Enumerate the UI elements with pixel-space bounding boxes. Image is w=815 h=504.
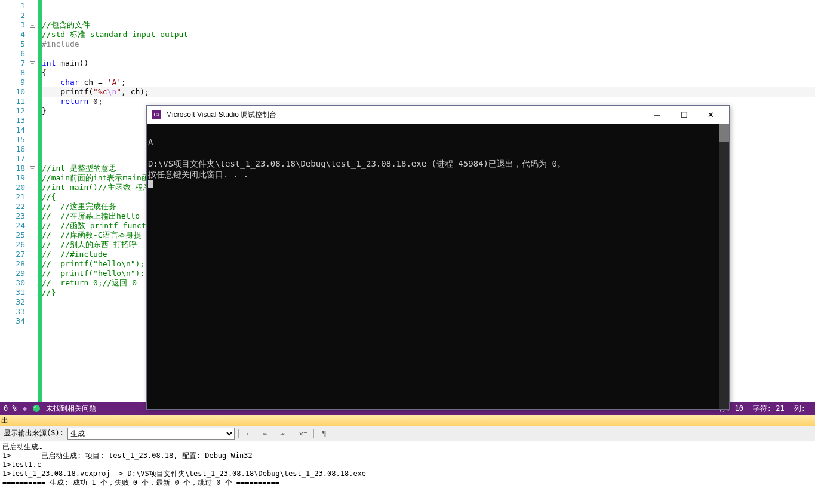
prev-message-icon[interactable]: ← (242, 428, 256, 440)
console-line: 按任意键关闭此窗口. . . (148, 170, 248, 179)
output-panel-header[interactable]: 出 (0, 415, 815, 426)
debug-console-window[interactable]: C\ Microsoft Visual Studio 调试控制台 ─ ☐ ✕ A… (146, 105, 730, 410)
line-number-gutter: 1234567891011121314151617181920212223242… (0, 0, 30, 402)
no-issues-label: 未找到相关问题 (46, 404, 96, 414)
minimize-button[interactable]: ─ (644, 106, 671, 123)
status-char: 字符: 21 (753, 404, 785, 414)
output-source-label: 显示输出来源(S): (4, 428, 64, 438)
console-body[interactable]: A D:\VS项目文件夹\test_1_23.08.18\Debug\test_… (147, 124, 729, 409)
status-col: 列: (794, 404, 805, 414)
scrollbar-thumb[interactable] (719, 124, 729, 142)
fold-strip[interactable]: −−− (30, 0, 38, 402)
console-cursor (148, 180, 153, 188)
close-button[interactable]: ✕ (697, 106, 724, 123)
output-source-select[interactable]: 生成 (67, 428, 235, 440)
clear-all-icon[interactable]: ✕≡ (297, 428, 310, 440)
fold-toggle[interactable]: − (30, 23, 35, 28)
console-titlebar[interactable]: C\ Microsoft Visual Studio 调试控制台 ─ ☐ ✕ (147, 106, 729, 124)
zoom-level[interactable]: 0 % (4, 404, 17, 413)
console-scrollbar[interactable] (719, 124, 729, 409)
output-toolbar: 显示输出来源(S): 生成 ← ⇤ ⇥ ✕≡ ¶ (0, 426, 815, 441)
output-body[interactable]: 已启动生成… 1>------ 已启动生成: 项目: test_1_23.08.… (0, 441, 815, 504)
console-title-text: Microsoft Visual Studio 调试控制台 (166, 110, 276, 120)
fold-toggle[interactable]: − (30, 166, 35, 171)
fold-toggle[interactable]: − (30, 61, 35, 66)
out-indent-icon[interactable]: ⇤ (259, 428, 272, 440)
maximize-button[interactable]: ☐ (671, 106, 697, 123)
toggle-wrap-icon[interactable]: ¶ (318, 428, 331, 440)
check-icon (33, 405, 40, 412)
in-indent-icon[interactable]: ⇥ (276, 428, 289, 440)
console-line: A (148, 137, 153, 147)
output-panel-title: 出 (1, 416, 8, 426)
vs-icon: C\ (152, 110, 161, 119)
console-line: D:\VS项目文件夹\test_1_23.08.18\Debug\test_1_… (148, 159, 565, 168)
